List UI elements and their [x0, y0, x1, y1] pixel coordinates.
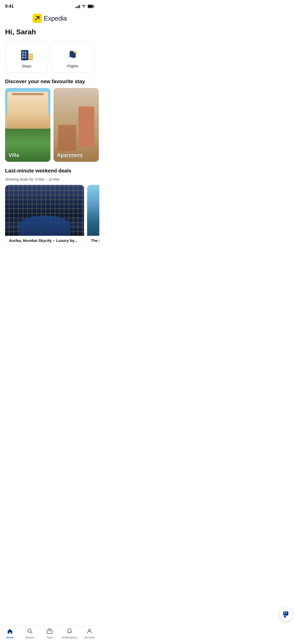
- svg-rect-13: [29, 57, 30, 58]
- svg-rect-9: [22, 57, 24, 58]
- greeting-text: Hi, Sarah: [5, 28, 94, 36]
- svg-rect-2: [93, 6, 94, 7]
- apartment-label: Apartment: [57, 152, 83, 158]
- deal-1-name: Aurika, Mumbai Skycity – Luxury by...: [9, 238, 80, 243]
- category-section: Stays Flights: [0, 41, 99, 79]
- svg-rect-1: [88, 5, 93, 8]
- deal-card-2[interactable]: The Im...: [87, 185, 99, 246]
- greeting-section: Hi, Sarah: [0, 27, 99, 41]
- app-header: Expedia: [0, 11, 99, 27]
- svg-rect-5: [22, 52, 24, 53]
- stays-card[interactable]: Stays: [5, 41, 48, 72]
- svg-rect-12: [31, 55, 32, 56]
- deals-subtitle: Showing deals for: 8 Mar – 10 Mar: [5, 177, 94, 181]
- deal-2-name: The Im...: [91, 238, 99, 243]
- deal-card-1[interactable]: Aurika, Mumbai Skycity – Luxury by...: [5, 185, 84, 246]
- signal-icon: [75, 5, 80, 8]
- apartment-card[interactable]: Apartment: [53, 88, 99, 162]
- flights-label: Flights: [67, 64, 78, 68]
- status-icons: [75, 5, 94, 8]
- svg-rect-6: [25, 52, 26, 53]
- expedia-logo-icon: [33, 14, 42, 23]
- villa-label: Villa: [9, 152, 19, 158]
- deals-scroll[interactable]: Aurika, Mumbai Skycity – Luxury by... Th…: [0, 185, 99, 246]
- status-time: 9:41: [5, 4, 14, 9]
- category-cards: Stays Flights: [5, 41, 94, 72]
- svg-rect-11: [29, 55, 30, 56]
- deals-title: Last-minute weekend deals: [5, 168, 94, 174]
- status-bar: 9:41: [0, 0, 99, 11]
- flights-icon: [66, 48, 80, 62]
- svg-rect-8: [25, 54, 26, 56]
- deals-section: Last-minute weekend deals Showing deals …: [0, 166, 99, 246]
- svg-rect-7: [22, 54, 24, 56]
- villa-card[interactable]: Villa: [5, 88, 50, 162]
- stays-label: Stays: [22, 64, 32, 68]
- app-name: Expedia: [44, 14, 67, 22]
- battery-icon: [88, 5, 94, 8]
- svg-rect-14: [31, 57, 32, 58]
- stays-icon: [20, 48, 34, 62]
- wifi-icon: [82, 5, 86, 8]
- svg-point-16: [74, 51, 76, 53]
- discover-title: Discover your new favourite stay: [5, 79, 94, 84]
- stay-cards-scroll[interactable]: Villa Apartment House: [0, 88, 99, 162]
- discover-section: Discover your new favourite stay Villa A…: [0, 79, 99, 166]
- svg-rect-10: [25, 57, 26, 58]
- flights-card[interactable]: Flights: [51, 41, 94, 72]
